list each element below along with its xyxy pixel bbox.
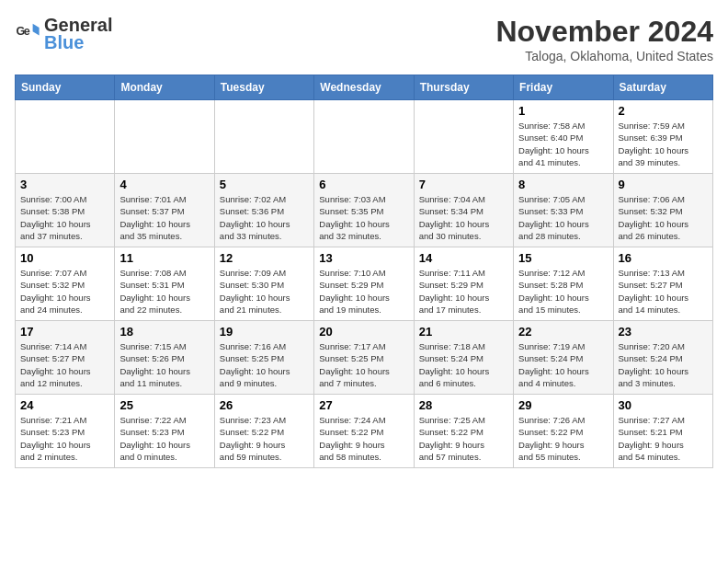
day-number: 8 xyxy=(518,178,608,191)
day-number: 2 xyxy=(619,104,708,118)
calendar-cell: 29Sunrise: 7:26 AM Sunset: 5:22 PM Dayli… xyxy=(514,395,613,468)
title-area: November 2024 Taloga, Oklahoma, United S… xyxy=(495,15,713,63)
calendar-cell: 14Sunrise: 7:11 AM Sunset: 5:29 PM Dayli… xyxy=(414,247,513,321)
calendar-week-3: 10Sunrise: 7:07 AM Sunset: 5:32 PM Dayli… xyxy=(16,247,713,321)
weekday-header-friday: Friday xyxy=(514,75,613,100)
logo: G e General Blue xyxy=(15,15,112,53)
calendar-cell xyxy=(214,100,313,174)
day-number: 25 xyxy=(119,398,209,412)
calendar-table: SundayMondayTuesdayWednesdayThursdayFrid… xyxy=(15,75,713,468)
day-info: Sunrise: 7:18 AM Sunset: 5:24 PM Dayligh… xyxy=(419,340,508,389)
day-number: 19 xyxy=(220,325,309,339)
weekday-header-thursday: Thursday xyxy=(414,75,513,100)
calendar-cell: 4Sunrise: 7:01 AM Sunset: 5:37 PM Daylig… xyxy=(115,174,214,247)
svg-marker-2 xyxy=(33,24,40,36)
day-number: 26 xyxy=(220,398,309,412)
calendar-cell: 6Sunrise: 7:03 AM Sunset: 5:35 PM Daylig… xyxy=(314,174,414,247)
day-info: Sunrise: 7:25 AM Sunset: 5:22 PM Dayligh… xyxy=(419,414,508,463)
logo-icon: G e xyxy=(15,21,40,47)
calendar-header: SundayMondayTuesdayWednesdayThursdayFrid… xyxy=(16,75,713,100)
day-number: 9 xyxy=(619,178,708,191)
calendar-cell: 22Sunrise: 7:19 AM Sunset: 5:24 PM Dayli… xyxy=(514,321,613,395)
calendar-cell: 5Sunrise: 7:02 AM Sunset: 5:36 PM Daylig… xyxy=(214,174,313,247)
day-number: 20 xyxy=(319,325,408,339)
day-number: 15 xyxy=(518,251,608,265)
calendar-cell: 19Sunrise: 7:16 AM Sunset: 5:25 PM Dayli… xyxy=(214,321,313,395)
calendar-cell xyxy=(115,100,214,174)
day-number: 6 xyxy=(319,178,408,191)
day-info: Sunrise: 7:11 AM Sunset: 5:29 PM Dayligh… xyxy=(419,267,508,316)
calendar-cell: 2Sunrise: 7:59 AM Sunset: 6:39 PM Daylig… xyxy=(613,100,712,174)
weekday-header-saturday: Saturday xyxy=(613,75,712,100)
day-info: Sunrise: 7:10 AM Sunset: 5:29 PM Dayligh… xyxy=(319,267,408,316)
day-number: 23 xyxy=(619,325,708,339)
svg-text:e: e xyxy=(24,25,30,38)
calendar-cell: 8Sunrise: 7:05 AM Sunset: 5:33 PM Daylig… xyxy=(514,174,613,247)
day-info: Sunrise: 7:58 AM Sunset: 6:40 PM Dayligh… xyxy=(518,120,608,168)
calendar-body: 1Sunrise: 7:58 AM Sunset: 6:40 PM Daylig… xyxy=(16,100,713,468)
calendar-cell: 21Sunrise: 7:18 AM Sunset: 5:24 PM Dayli… xyxy=(414,321,513,395)
day-info: Sunrise: 7:06 AM Sunset: 5:32 PM Dayligh… xyxy=(619,193,708,242)
day-info: Sunrise: 7:13 AM Sunset: 5:27 PM Dayligh… xyxy=(619,267,708,316)
day-number: 11 xyxy=(119,251,209,265)
calendar-cell: 16Sunrise: 7:13 AM Sunset: 5:27 PM Dayli… xyxy=(613,247,712,321)
calendar-week-4: 17Sunrise: 7:14 AM Sunset: 5:27 PM Dayli… xyxy=(16,321,713,395)
calendar-cell: 3Sunrise: 7:00 AM Sunset: 5:38 PM Daylig… xyxy=(16,174,115,247)
calendar-cell: 7Sunrise: 7:04 AM Sunset: 5:34 PM Daylig… xyxy=(414,174,513,247)
day-number: 27 xyxy=(319,398,408,412)
day-info: Sunrise: 7:00 AM Sunset: 5:38 PM Dayligh… xyxy=(20,193,109,242)
calendar-cell: 28Sunrise: 7:25 AM Sunset: 5:22 PM Dayli… xyxy=(414,395,513,468)
day-info: Sunrise: 7:19 AM Sunset: 5:24 PM Dayligh… xyxy=(518,340,608,389)
day-info: Sunrise: 7:03 AM Sunset: 5:35 PM Dayligh… xyxy=(319,193,408,242)
day-info: Sunrise: 7:16 AM Sunset: 5:25 PM Dayligh… xyxy=(220,340,309,389)
day-number: 28 xyxy=(419,398,508,412)
day-number: 16 xyxy=(619,251,708,265)
day-info: Sunrise: 7:27 AM Sunset: 5:21 PM Dayligh… xyxy=(619,414,708,463)
calendar-cell: 24Sunrise: 7:21 AM Sunset: 5:23 PM Dayli… xyxy=(16,395,115,468)
day-number: 22 xyxy=(518,325,608,339)
day-info: Sunrise: 7:21 AM Sunset: 5:23 PM Dayligh… xyxy=(20,414,109,463)
calendar-cell xyxy=(16,100,115,174)
day-info: Sunrise: 7:15 AM Sunset: 5:26 PM Dayligh… xyxy=(119,340,209,389)
day-number: 4 xyxy=(119,178,209,191)
day-number: 12 xyxy=(220,251,309,265)
calendar-week-1: 1Sunrise: 7:58 AM Sunset: 6:40 PM Daylig… xyxy=(16,100,713,174)
day-info: Sunrise: 7:14 AM Sunset: 5:27 PM Dayligh… xyxy=(20,340,109,389)
day-info: Sunrise: 7:02 AM Sunset: 5:36 PM Dayligh… xyxy=(220,193,309,242)
month-title: November 2024 xyxy=(495,15,713,49)
calendar-cell: 27Sunrise: 7:24 AM Sunset: 5:22 PM Dayli… xyxy=(314,395,414,468)
day-info: Sunrise: 7:22 AM Sunset: 5:23 PM Dayligh… xyxy=(119,414,209,463)
weekday-header-sunday: Sunday xyxy=(16,75,115,100)
day-number: 13 xyxy=(319,251,408,265)
calendar-cell: 26Sunrise: 7:23 AM Sunset: 5:22 PM Dayli… xyxy=(214,395,313,468)
calendar-cell: 30Sunrise: 7:27 AM Sunset: 5:21 PM Dayli… xyxy=(613,395,712,468)
calendar-cell: 25Sunrise: 7:22 AM Sunset: 5:23 PM Dayli… xyxy=(115,395,214,468)
calendar-cell: 20Sunrise: 7:17 AM Sunset: 5:25 PM Dayli… xyxy=(314,321,414,395)
day-number: 17 xyxy=(20,325,109,339)
day-info: Sunrise: 7:09 AM Sunset: 5:30 PM Dayligh… xyxy=(220,267,309,316)
calendar-cell: 18Sunrise: 7:15 AM Sunset: 5:26 PM Dayli… xyxy=(115,321,214,395)
calendar-cell: 13Sunrise: 7:10 AM Sunset: 5:29 PM Dayli… xyxy=(314,247,414,321)
calendar-cell: 12Sunrise: 7:09 AM Sunset: 5:30 PM Dayli… xyxy=(214,247,313,321)
day-info: Sunrise: 7:12 AM Sunset: 5:28 PM Dayligh… xyxy=(518,267,608,316)
location-subtitle: Taloga, Oklahoma, United States xyxy=(495,49,713,63)
day-info: Sunrise: 7:08 AM Sunset: 5:31 PM Dayligh… xyxy=(119,267,209,316)
day-info: Sunrise: 7:24 AM Sunset: 5:22 PM Dayligh… xyxy=(319,414,408,463)
calendar-cell: 9Sunrise: 7:06 AM Sunset: 5:32 PM Daylig… xyxy=(613,174,712,247)
calendar-cell: 10Sunrise: 7:07 AM Sunset: 5:32 PM Dayli… xyxy=(16,247,115,321)
weekday-header-tuesday: Tuesday xyxy=(214,75,313,100)
day-info: Sunrise: 7:59 AM Sunset: 6:39 PM Dayligh… xyxy=(619,120,708,168)
day-number: 14 xyxy=(419,251,508,265)
calendar-week-5: 24Sunrise: 7:21 AM Sunset: 5:23 PM Dayli… xyxy=(16,395,713,468)
header: G e General Blue November 2024 Taloga, O… xyxy=(15,15,713,63)
weekday-header-wednesday: Wednesday xyxy=(314,75,414,100)
calendar-cell: 1Sunrise: 7:58 AM Sunset: 6:40 PM Daylig… xyxy=(514,100,613,174)
calendar-cell: 11Sunrise: 7:08 AM Sunset: 5:31 PM Dayli… xyxy=(115,247,214,321)
day-info: Sunrise: 7:05 AM Sunset: 5:33 PM Dayligh… xyxy=(518,193,608,242)
day-number: 24 xyxy=(20,398,109,412)
calendar-cell: 15Sunrise: 7:12 AM Sunset: 5:28 PM Dayli… xyxy=(514,247,613,321)
day-number: 1 xyxy=(518,104,608,118)
calendar-cell: 17Sunrise: 7:14 AM Sunset: 5:27 PM Dayli… xyxy=(16,321,115,395)
weekday-header-row: SundayMondayTuesdayWednesdayThursdayFrid… xyxy=(16,75,713,100)
calendar-cell xyxy=(414,100,513,174)
